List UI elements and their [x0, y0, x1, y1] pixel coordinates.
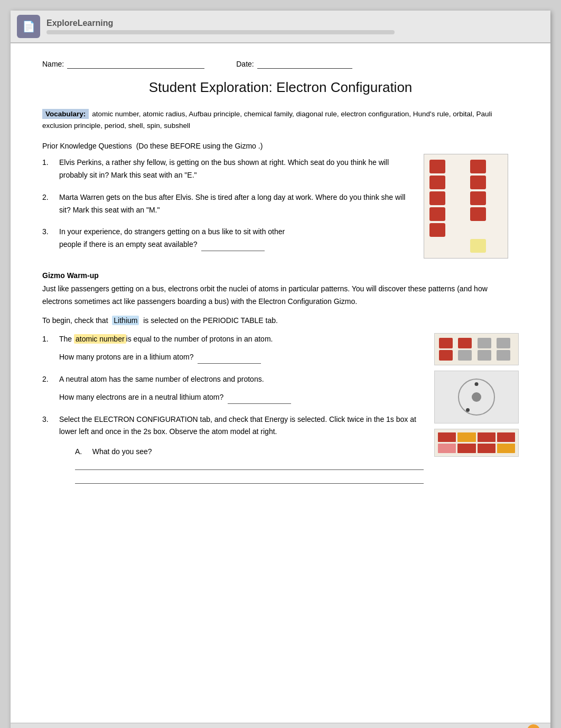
q2-number: 2. — [42, 191, 55, 217]
header-bar: 📄 ExploreLearning — [11, 11, 550, 43]
q3-continuation: people if there is an empty seat availab… — [59, 240, 198, 248]
gizmo-warmup-p1: Just like passengers getting on a bus, e… — [42, 283, 519, 308]
question-2: 2. Marta Warren gets on the bus after El… — [42, 191, 413, 217]
ecb-2 — [457, 432, 475, 442]
wq3-sub-label: A. — [75, 447, 82, 456]
wq3-answer-line-2[interactable] — [75, 474, 424, 484]
seat-6b-empty — [470, 239, 486, 253]
q3-number: 3. — [42, 226, 55, 251]
vocab-terms: atomic number, atomic radius, Aufbau pri… — [42, 110, 492, 130]
aisle-1 — [464, 160, 468, 173]
seat-3b — [470, 191, 486, 205]
prior-knowledge-section: Prior Knowledge Questions (Do these BEFO… — [42, 142, 519, 261]
nucleus-dot — [472, 392, 481, 402]
q3-text: In your experience, do strangers getting… — [59, 227, 285, 236]
q2-content: Marta Warren gets on the bus after Elvis… — [59, 191, 413, 217]
seat-1a — [429, 160, 445, 173]
name-date-row: Name: Date: — [42, 59, 519, 69]
seat-2b — [470, 176, 486, 189]
question-3: 3. In your experience, do strangers gett… — [42, 226, 413, 251]
gizmo-warmup-section: Gizmo Warm-up Just like passengers getti… — [42, 271, 519, 493]
seat-2a — [429, 176, 445, 189]
pt-cell-5 — [439, 350, 453, 361]
wq2-answer-line[interactable] — [228, 395, 291, 404]
wq1-content: The atomic numberis equal to the number … — [59, 333, 424, 364]
date-input-line[interactable] — [257, 59, 352, 69]
name-input-line[interactable] — [67, 59, 204, 69]
page-content: Name: Date: Student Exploration: Electro… — [11, 43, 550, 514]
ecb-5 — [438, 444, 456, 453]
aisle-4 — [464, 207, 468, 221]
wq3-content: Select the ELECTRON CONFIGURATION tab, a… — [59, 413, 424, 484]
wq2-sub: How many electrons are in a neutral lith… — [59, 391, 424, 404]
prior-knowledge-content: 1. Elvis Perkins, a rather shy fellow, i… — [42, 156, 519, 261]
wq2-text: A neutral atom has the same number of el… — [59, 375, 264, 383]
aisle-6 — [464, 239, 468, 253]
aisle-2 — [464, 176, 468, 189]
warmup-q1: 1. The atomic numberis equal to the numb… — [42, 333, 424, 364]
pt-cell-3 — [478, 338, 491, 348]
warmup-questions-area: 1. The atomic numberis equal to the numb… — [42, 333, 519, 493]
atomic-number-term: atomic number — [74, 334, 126, 344]
seat-3a — [429, 191, 445, 205]
electron-1 — [475, 382, 479, 386]
wq3-sub: A. What do you see? — [75, 446, 424, 484]
gizmo-warmup-p2: To begin, check that Lithium is selected… — [42, 315, 519, 327]
ecb-8 — [497, 444, 515, 453]
page-title: Student Exploration: Electron Configurat… — [42, 79, 519, 96]
vocabulary-box: Vocabulary:atomic number, atomic radius,… — [42, 108, 519, 131]
q1-number: 1. — [42, 156, 55, 182]
wq1-sub-label: How many protons are in a lithium atom? — [59, 353, 193, 361]
pt-cell-1 — [439, 338, 453, 348]
wq3-answer-line-1[interactable] — [75, 460, 424, 470]
pt-cell-8 — [497, 350, 510, 361]
seat-5b — [470, 223, 486, 237]
wq1-answer-line[interactable] — [198, 355, 261, 364]
aisle-5 — [464, 223, 468, 237]
bottom-bar: Page 1 of 7 Electron Configuration ©2021… — [11, 723, 550, 728]
name-field: Name: — [42, 59, 204, 69]
q1-content: Elvis Perkins, a rather shy fellow, is g… — [59, 156, 413, 182]
q3-answer-line[interactable] — [201, 243, 265, 251]
page-container: 📄 ExploreLearning Name: Date: Student Ex… — [11, 11, 550, 728]
pt-grid — [439, 338, 514, 361]
seat-6a — [429, 239, 445, 253]
header-title-text: ExploreLearning — [46, 19, 544, 28]
ecb-3 — [478, 432, 495, 442]
prior-knowledge-title: Prior Knowledge Questions — [42, 142, 132, 150]
side-images — [434, 333, 519, 457]
pt-cell-6 — [458, 350, 472, 361]
q2-text: Marta Warren gets on the bus after Elvis… — [59, 193, 405, 214]
header-decorative-line — [46, 30, 395, 34]
ecb-4 — [497, 432, 515, 442]
wq1-suffix: is equal to the number of protons in an … — [126, 335, 273, 343]
bottom-circle-icon — [527, 724, 540, 728]
wq3-sub-text: What do you see? — [92, 447, 152, 456]
periodic-table-mini — [434, 333, 519, 365]
pt-cell-2 — [458, 338, 472, 348]
question-1: 1. Elvis Perkins, a rather shy fellow, i… — [42, 156, 413, 182]
ecb-7 — [478, 444, 495, 453]
ecb-6 — [457, 444, 475, 453]
vocab-label: Vocabulary: — [42, 109, 89, 119]
q3-content: In your experience, do strangers getting… — [59, 226, 413, 251]
electron-orbit-ring — [458, 379, 495, 416]
q1-text: Elvis Perkins, a rather shy fellow, is g… — [59, 158, 389, 179]
wq1-prefix: The — [59, 335, 74, 343]
gizmo-warmup-title: Gizmo Warm-up — [42, 271, 519, 280]
pt-cell-7 — [478, 350, 491, 361]
app-icon: 📄 — [17, 15, 40, 38]
electron-config-boxes — [434, 429, 519, 457]
wq2-content: A neutral atom has the same number of el… — [59, 373, 424, 404]
date-field: Date: — [236, 59, 352, 69]
header-title-area: ExploreLearning — [46, 19, 544, 34]
warmup-q3: 3. Select the ELECTRON CONFIGURATION tab… — [42, 413, 424, 484]
date-label: Date: — [236, 60, 254, 68]
wq2-number: 2. — [42, 373, 55, 404]
bus-seat-grid — [429, 160, 502, 253]
seat-4b — [470, 207, 486, 221]
seat-5a — [429, 223, 445, 237]
questions-text-area: 1. Elvis Perkins, a rather shy fellow, i… — [42, 156, 413, 261]
prior-knowledge-subheader: (Do these BEFORE using the Gizmo .) — [136, 142, 263, 150]
seat-1b — [470, 160, 486, 173]
